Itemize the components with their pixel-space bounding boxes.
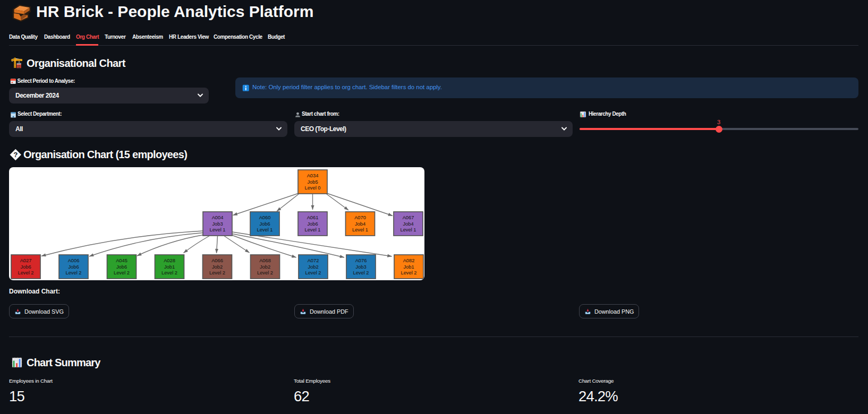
svg-text:Job4: Job4 [403, 221, 413, 227]
svg-text:Job1: Job1 [403, 264, 414, 270]
svg-text:A045: A045 [116, 258, 127, 263]
svg-text:?: ? [13, 151, 18, 159]
svg-text:Job2: Job2 [260, 264, 270, 270]
svg-text:Level 0: Level 0 [305, 185, 321, 191]
svg-text:Level 2: Level 2 [209, 270, 225, 275]
svg-text:A066: A066 [211, 258, 223, 263]
svg-text:Job3: Job3 [212, 221, 223, 227]
svg-text:Level 1: Level 1 [401, 227, 416, 232]
svg-text:Level 1: Level 1 [352, 227, 368, 232]
svg-text:A076: A076 [355, 258, 367, 263]
svg-text:Level 2: Level 2 [161, 270, 177, 275]
svg-text:Job6: Job6 [116, 264, 127, 270]
svg-text:A027: A027 [20, 258, 32, 263]
svg-text:A061: A061 [307, 215, 319, 220]
svg-text:Level 2: Level 2 [353, 270, 369, 275]
svg-text:A082: A082 [403, 258, 415, 263]
svg-text:Job4: Job4 [355, 221, 365, 227]
svg-text:Level 2: Level 2 [401, 270, 417, 275]
svg-text:Level 2: Level 2 [114, 270, 130, 275]
svg-text:Level 1: Level 1 [210, 227, 226, 232]
svg-text:Job1: Job1 [164, 264, 175, 270]
svg-text:A067: A067 [403, 215, 414, 220]
svg-text:Level 2: Level 2 [66, 270, 82, 275]
svg-text:A060: A060 [259, 215, 271, 220]
svg-text:Level 2: Level 2 [18, 270, 34, 275]
svg-text:Job2: Job2 [308, 264, 318, 270]
svg-text:Job3: Job3 [355, 264, 366, 270]
svg-text:Level 1: Level 1 [305, 227, 321, 232]
svg-text:Job2: Job2 [212, 264, 223, 270]
svg-text:A004: A004 [212, 215, 224, 220]
svg-text:Job6: Job6 [20, 264, 31, 270]
svg-text:Level 1: Level 1 [257, 227, 273, 232]
svg-text:Job5: Job5 [307, 179, 318, 185]
svg-text:Level 2: Level 2 [305, 270, 321, 275]
svg-text:A070: A070 [354, 215, 366, 220]
svg-text:Job6: Job6 [68, 264, 79, 270]
svg-text:Level 2: Level 2 [257, 270, 273, 275]
svg-text:A068: A068 [259, 258, 271, 263]
svg-text:A072: A072 [308, 258, 319, 263]
svg-text:A028: A028 [164, 258, 175, 263]
svg-text:A006: A006 [68, 258, 80, 263]
svg-text:Job6: Job6 [307, 221, 318, 227]
svg-text:Job6: Job6 [259, 221, 270, 227]
svg-text:A034: A034 [307, 173, 319, 178]
